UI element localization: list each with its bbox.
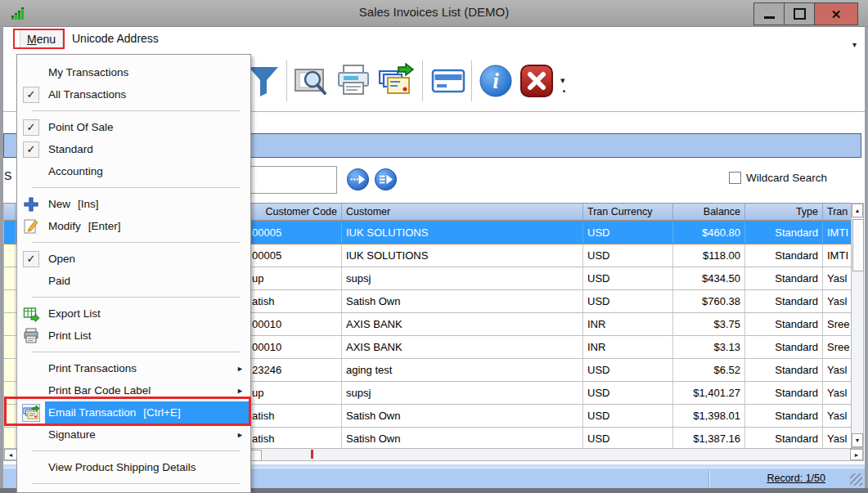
menu-item-gutter: [17, 160, 45, 182]
row-selector-cell: [4, 222, 16, 244]
payment-card-icon: [430, 63, 466, 99]
email-transaction-button[interactable]: [376, 61, 416, 101]
menu-item-all-transactions[interactable]: ✓All Transactions: [17, 83, 250, 105]
cell-customer: Satish Own: [342, 290, 583, 312]
menu-item-my-transactions[interactable]: My Transactions: [17, 61, 250, 83]
cell-balance: $3.75: [673, 313, 745, 335]
menu-item-gutter: [17, 193, 45, 215]
cell-customer: Satish Own: [342, 405, 583, 427]
cell-balance: $6.52: [673, 359, 745, 381]
cell-balance: $1,401.27: [673, 382, 745, 404]
column-header-tran[interactable]: Tran: [823, 204, 852, 220]
checkmark-icon: ✓: [23, 141, 39, 158]
menu-item-new[interactable]: New[Ins]: [17, 193, 250, 215]
search-label: S: [4, 169, 16, 182]
maximize-icon: [794, 8, 806, 20]
cell-tran: IMTI: [823, 244, 852, 267]
vertical-scrollbar[interactable]: ▲ ▼: [851, 203, 864, 448]
cell-type: Standard: [745, 405, 823, 427]
column-header-customer[interactable]: Customer: [342, 204, 583, 220]
cell-tran-currency: USD: [583, 428, 673, 449]
menu-item-open[interactable]: ✓Open: [17, 248, 250, 270]
menu-separator: [17, 105, 250, 116]
cell-balance: $460.80: [673, 222, 745, 244]
print-button[interactable]: [334, 61, 373, 101]
menu-item-point-of-sale[interactable]: ✓Point Of Sale: [17, 116, 250, 138]
menu-item-gutter: [17, 303, 45, 325]
wildcard-label: Wildcard Search: [746, 172, 827, 184]
export-list-icon: [22, 305, 40, 323]
info-button[interactable]: i: [476, 61, 515, 101]
minimize-button[interactable]: [754, 3, 785, 25]
menu-item-paid[interactable]: Paid: [17, 270, 250, 292]
maximize-button[interactable]: [785, 3, 815, 25]
column-header-balance[interactable]: Balance: [673, 204, 745, 220]
menu-item-export-list[interactable]: Export List: [17, 303, 250, 325]
menu-item-modify[interactable]: Modify[Enter]: [17, 215, 250, 237]
cell-tran: Sree: [823, 313, 852, 335]
row-selector-cell: [4, 313, 16, 335]
search-next-button[interactable]: [346, 168, 370, 191]
vertical-scroll-thumb[interactable]: [852, 219, 864, 271]
menu-item-label: Print List: [45, 329, 92, 342]
exit-button[interactable]: [517, 61, 556, 101]
menu-item-gutter: [17, 270, 45, 292]
cell-balance: $3.13: [673, 336, 745, 358]
address-dropdown-icon[interactable]: ▾: [852, 40, 857, 49]
minimize-icon: [764, 16, 775, 19]
menu-item-label: Print Bar Code Label: [45, 384, 151, 397]
menu-item-accounting[interactable]: Accounting: [17, 160, 250, 182]
menu-item-standard[interactable]: ✓Standard: [17, 138, 250, 160]
menu-item-label: View Product Shipping Details: [45, 461, 196, 473]
resize-grip-icon[interactable]: [850, 473, 862, 486]
application-window: Sales Invoices List (DEMO) ✕ Menu Unicod…: [0, 0, 868, 493]
scroll-left-button[interactable]: ◄: [4, 449, 17, 460]
column-header-tran-currency[interactable]: Tran Currency: [583, 204, 673, 220]
cell-tran: Yasl: [823, 405, 852, 427]
cell-tran-currency: USD: [583, 290, 673, 312]
payment-card-button[interactable]: [429, 61, 468, 101]
titlebar: Sales Invoices List (DEMO) ✕: [0, 0, 868, 27]
menu-popup: My Transactions✓All Transactions✓Point O…: [16, 54, 251, 493]
wildcard-checkbox[interactable]: [729, 172, 741, 184]
menu-item-label: Print Transactions: [45, 362, 137, 374]
search-all-button[interactable]: [374, 168, 398, 191]
scroll-down-button[interactable]: ▼: [852, 433, 863, 447]
scroll-right-button[interactable]: ►: [850, 449, 863, 460]
checkmark-icon: ✓: [23, 119, 39, 136]
menu-item-gutter: [17, 61, 45, 83]
menu-item-gutter: [17, 215, 45, 237]
submenu-arrow-icon: ►: [236, 387, 245, 395]
row-selector-cell: [4, 244, 16, 267]
exit-icon: [519, 63, 555, 99]
toolbar-overflow-icon[interactable]: ▾: [560, 75, 565, 86]
unicode-address-label[interactable]: Unicode Address: [72, 32, 159, 45]
menubar: Menu Unicode Address ▾: [3, 27, 865, 54]
column-header-type[interactable]: Type: [745, 204, 823, 220]
scroll-up-button[interactable]: ▲: [852, 204, 863, 217]
checkmark-icon: ✓: [23, 87, 39, 103]
cell-type: Standard: [745, 290, 823, 312]
cell-type: Standard: [745, 359, 823, 381]
cell-type: Standard: [745, 382, 823, 404]
row-selector-header: [4, 204, 16, 220]
row-selector-cell: [4, 336, 16, 358]
cell-tran: Yasl: [823, 382, 852, 404]
menu-item-shortcut: [Ins]: [78, 198, 99, 210]
menu-item-label: Export List: [45, 307, 101, 320]
menu-item-print-list[interactable]: Print List: [17, 325, 250, 347]
print-preview-button[interactable]: [291, 61, 331, 101]
menu-separator: [17, 182, 250, 193]
cell-customer: IUK SOLUTIONS: [342, 244, 583, 267]
wildcard-search-option[interactable]: Wildcard Search: [729, 172, 827, 184]
cell-tran-currency: INR: [583, 336, 673, 358]
menu-item-label: Modify: [45, 220, 81, 232]
cell-tran-currency: USD: [583, 222, 673, 244]
print-icon: [335, 63, 371, 99]
menu-item-print-transactions[interactable]: Print Transactions►: [17, 357, 250, 379]
menu-item-view-product-shipping-details[interactable]: View Product Shipping Details: [17, 456, 250, 478]
window-border-right: [865, 26, 868, 493]
menu-separator: [17, 446, 250, 456]
menu-item-signature[interactable]: Signature►: [17, 424, 250, 446]
close-button[interactable]: ✕: [815, 3, 857, 25]
